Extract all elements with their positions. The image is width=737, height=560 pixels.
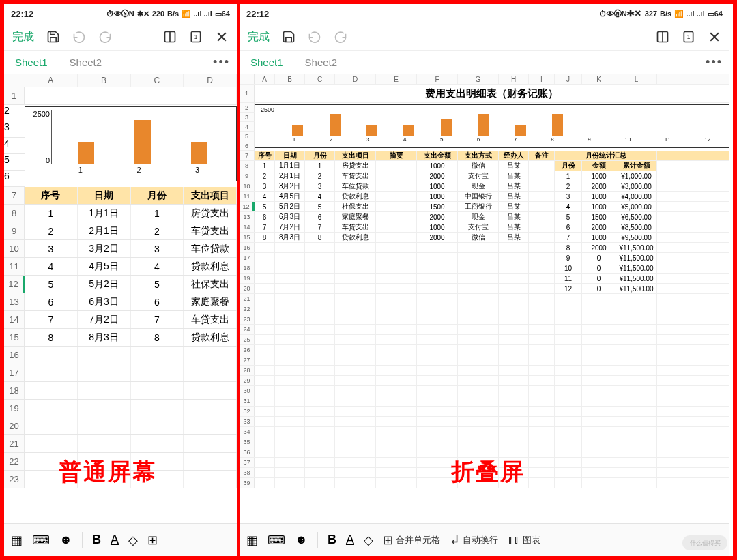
keyboard-icon[interactable]: ⌨ xyxy=(268,533,285,548)
table-row[interactable]: 1477月2日7车贷支出 xyxy=(4,311,237,329)
tab-sheet2[interactable]: Sheet2 xyxy=(294,53,349,72)
save-icon[interactable] xyxy=(278,26,300,48)
undo-icon[interactable] xyxy=(304,26,326,48)
sheet-title: 费用支出明细表（财务记账） xyxy=(255,85,729,102)
table-row[interactable]: 22 xyxy=(240,304,729,314)
merge-cells-button[interactable]: ⊞合并单元格 xyxy=(383,533,440,548)
table-row[interactable]: 1144月5日4贷款利息1000中国银行吕某31000¥4,000.00 xyxy=(240,192,729,202)
tab-more-icon[interactable]: ••• xyxy=(213,55,230,70)
fill-icon[interactable]: ◇ xyxy=(128,533,138,548)
cell-icon[interactable]: ⊞ xyxy=(147,533,158,548)
table-row[interactable]: 29 xyxy=(240,376,729,386)
save-icon[interactable] xyxy=(42,26,64,48)
watermark: 什么值得买 xyxy=(682,535,727,550)
font-color-icon[interactable]: A xyxy=(111,533,119,547)
bold-icon[interactable]: B xyxy=(328,533,336,547)
table-row[interactable]: 1588月3日8贷款利息 xyxy=(4,329,237,347)
table-row[interactable]: 28 xyxy=(240,366,729,376)
table-row[interactable]: 1255月2日5社保支出1500工商银行吕某41000¥5,000.00 xyxy=(240,202,729,212)
assistant-icon[interactable]: ☻ xyxy=(59,533,72,547)
bold-icon[interactable]: B xyxy=(92,533,101,547)
table-row[interactable]: 19 xyxy=(4,400,237,417)
table-row[interactable]: 1366月3日6家庭聚餐2000现金吕某51500¥6,500.00 xyxy=(240,212,729,222)
table-row[interactable]: 35 xyxy=(240,437,729,447)
table-row[interactable]: 16 xyxy=(4,347,237,364)
fill-icon[interactable]: ◇ xyxy=(364,533,373,548)
status-icons: ⏱👁ⓃN ✱✕ 220B/s 📶 ..ıl ..ıl ▭64 xyxy=(106,10,230,18)
column-letters-right: ABCDEFGHIJKL xyxy=(240,74,729,85)
page-1-icon[interactable]: 1 xyxy=(678,26,699,48)
phone-foldable: 22:12 ⏱👁ⓃN✱✕ 327B/s 📶 ..ıl ..ıl ▭64 完成 1… xyxy=(240,4,729,556)
header-row-left: 7序号日期月份支出项目 xyxy=(4,187,237,205)
redo-icon[interactable] xyxy=(330,26,351,48)
bottom-toolbar-left: ▦ ⌨ ☻ B A ◇ ⊞ xyxy=(4,523,237,556)
tab-more-icon[interactable]: ••• xyxy=(706,55,723,70)
table-row[interactable]: 25 xyxy=(240,335,729,345)
table-row[interactable]: 17 xyxy=(4,364,237,382)
top-toolbar: 完成 1 xyxy=(4,23,237,51)
apps-icon[interactable]: ▦ xyxy=(246,533,258,548)
table-row[interactable]: 32 xyxy=(240,407,729,417)
done-button[interactable]: 完成 xyxy=(8,27,38,47)
table-row[interactable]: 18 xyxy=(4,382,237,400)
tab-sheet2[interactable]: Sheet2 xyxy=(59,53,113,72)
table-row[interactable]: 1682000¥11,500.00 xyxy=(240,243,729,253)
table-row[interactable]: 27 xyxy=(240,355,729,366)
page-1-icon[interactable]: 1 xyxy=(185,26,207,48)
chart-button[interactable]: ⫾⫾图表 xyxy=(508,533,540,547)
table-row[interactable]: 18100¥11,500.00 xyxy=(240,263,729,274)
table-row[interactable]: 1033月2日3车位贷款 xyxy=(4,240,237,258)
table-row[interactable]: 1366月3日6家庭聚餐 xyxy=(4,293,237,311)
keyboard-icon[interactable]: ⌨ xyxy=(32,533,50,548)
font-color-icon[interactable]: A xyxy=(346,533,354,547)
table-row[interactable]: 1790¥11,500.00 xyxy=(240,253,729,263)
table-row[interactable]: 34 xyxy=(240,427,729,437)
table-row[interactable]: 20 xyxy=(4,417,237,435)
assistant-icon[interactable]: ☻ xyxy=(295,533,308,547)
phone-normal: 22:12 ⏱👁ⓃN ✱✕ 220B/s 📶 ..ıl ..ıl ▭64 完成 … xyxy=(4,4,240,556)
table-row[interactable]: 811月1日1房贷支出 xyxy=(4,205,237,222)
sheet-view-left[interactable]: A B C D 1 2 3 4 5 6 xyxy=(4,74,237,523)
table-row[interactable]: 23 xyxy=(240,314,729,325)
sheet-tabs: Sheet1 Sheet2 ••• xyxy=(4,51,237,74)
table-row[interactable]: 21 xyxy=(240,294,729,304)
table-row[interactable]: 21 xyxy=(4,435,237,453)
table-row[interactable]: 26 xyxy=(240,345,729,355)
table-row[interactable]: 19110¥11,500.00 xyxy=(240,274,729,284)
tab-sheet1[interactable]: Sheet1 xyxy=(240,53,294,72)
table-row[interactable]: 1033月2日3车位贷款1000现金吕某22000¥3,000.00 xyxy=(240,181,729,192)
table-row[interactable]: 1477月2日7车贷支出1000支付宝吕某62000¥8,500.00 xyxy=(240,222,729,233)
close-icon[interactable] xyxy=(704,26,725,48)
apps-icon[interactable]: ▦ xyxy=(11,533,23,548)
table-row[interactable]: 811月1日1房贷支出1000微信吕某月份金额累计金额 xyxy=(240,161,729,171)
redo-icon[interactable] xyxy=(94,26,116,48)
close-icon[interactable] xyxy=(211,26,233,48)
table-row[interactable]: 1588月3日8贷款利息2000微信吕某71000¥9,500.00 xyxy=(240,233,729,243)
battery-indicator: ▭64 xyxy=(215,10,230,18)
chart-right[interactable]: 2500 123456789101112 xyxy=(255,104,729,148)
status-time: 22:12 xyxy=(11,9,33,19)
status-icons: ⏱👁ⓃN✱✕ 327B/s 📶 ..ıl ..ıl ▭64 xyxy=(599,10,723,18)
table-row[interactable]: 30 xyxy=(240,386,729,396)
top-toolbar-right: 完成 1 xyxy=(240,23,729,51)
wrap-text-button[interactable]: ↲自动换行 xyxy=(450,533,498,548)
undo-icon[interactable] xyxy=(68,26,90,48)
done-button[interactable]: 完成 xyxy=(244,27,274,47)
column-letters: A B C D xyxy=(4,74,237,87)
sheet-view-right[interactable]: ABCDEFGHIJKL 1费用支出明细表（财务记账） 2 3 4 5 6 25… xyxy=(240,74,729,523)
svg-text:1: 1 xyxy=(194,33,198,40)
table-row[interactable]: 1144月5日4贷款利息 xyxy=(4,258,237,276)
table-row[interactable]: 24 xyxy=(240,325,729,335)
table-row[interactable]: 31 xyxy=(240,396,729,407)
table-row[interactable]: 922月1日2车贷支出2000支付宝吕某11000¥1,000.00 xyxy=(240,171,729,181)
table-row[interactable]: 20120¥11,500.00 xyxy=(240,284,729,294)
table-row[interactable]: 922月1日2车贷支出 xyxy=(4,222,237,240)
table-row[interactable]: 1255月2日5社保支出 xyxy=(4,276,237,293)
tab-sheet1[interactable]: Sheet1 xyxy=(4,53,59,72)
table-row[interactable]: 33 xyxy=(240,417,729,427)
chart-left[interactable]: 2500 0 1 2 3 xyxy=(25,106,237,181)
status-bar-right: 22:12 ⏱👁ⓃN✱✕ 327B/s 📶 ..ıl ..ıl ▭64 xyxy=(240,4,729,23)
split-view-icon[interactable] xyxy=(652,26,674,48)
comparison-frame: 22:12 ⏱👁ⓃN ✱✕ 220B/s 📶 ..ıl ..ıl ▭64 完成 … xyxy=(0,0,737,560)
split-view-icon[interactable] xyxy=(159,26,181,48)
